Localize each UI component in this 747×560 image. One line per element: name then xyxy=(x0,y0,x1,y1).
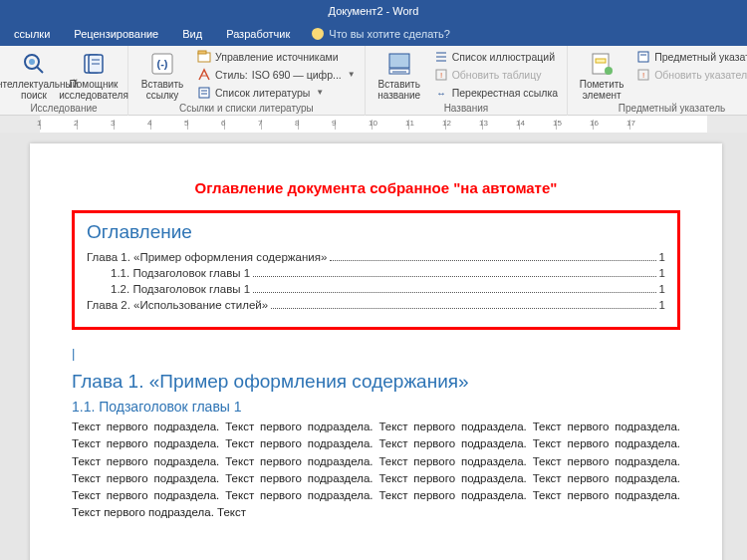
chevron-down-icon: ▼ xyxy=(316,88,324,97)
toc-leader-dots xyxy=(253,292,655,293)
heading-1[interactable]: Глава 1. «Пример оформления содержания» xyxy=(72,371,680,393)
smart-lookup-icon xyxy=(20,50,48,78)
body-paragraph[interactable]: Текст первого подраздела. Текст первого … xyxy=(72,419,680,522)
bibliography-icon xyxy=(197,86,211,100)
insert-caption-label: Вставить название xyxy=(372,79,427,101)
svg-text:!: ! xyxy=(642,71,644,80)
heading-2[interactable]: 1.1. Подзаголовок главы 1 xyxy=(72,399,680,415)
ruler-mark: 17 xyxy=(629,120,666,130)
group-captions: Вставить название Список иллюстраций ! О… xyxy=(366,46,568,116)
ruler-mark: 4 xyxy=(150,120,187,130)
toc-entry-text: 1.2. Подзаголовок главы 1 xyxy=(111,283,250,295)
manage-sources-button[interactable]: Управление источниками xyxy=(194,48,359,65)
refresh-icon: ! xyxy=(434,68,448,82)
toc-leader-dots xyxy=(253,276,655,277)
ribbon-tabs: ссылки Рецензирование Вид Разработчик Чт… xyxy=(0,22,747,46)
ruler-mark: 3 xyxy=(114,120,150,130)
list-icon xyxy=(434,50,448,64)
group-research: Интеллектуальный поиск Помощник исследов… xyxy=(0,46,128,116)
mark-entry-label: Пометить элемент xyxy=(574,79,629,101)
toc-entry-text: Глава 2. «Использование стилей» xyxy=(87,299,268,311)
group-citations-label: Ссылки и списки литературы xyxy=(134,103,359,116)
manage-sources-icon xyxy=(197,50,211,64)
toc-heading[interactable]: Оглавление xyxy=(87,221,665,243)
toc-entry-text: Глава 1. «Пример оформления содержания» xyxy=(87,251,327,263)
svg-point-2 xyxy=(29,59,35,65)
horizontal-ruler[interactable]: 1234567891011121314151617 xyxy=(0,116,747,134)
bibliography-button[interactable]: Список литературы ▼ xyxy=(194,84,359,101)
tab-review[interactable]: Рецензирование xyxy=(62,22,170,46)
svg-point-26 xyxy=(605,67,613,75)
ruler-mark: 12 xyxy=(445,120,482,130)
toc-highlight-box: Оглавление Глава 1. «Пример оформления с… xyxy=(72,210,680,330)
chevron-down-icon: ▼ xyxy=(348,70,356,79)
ruler-mark: 7 xyxy=(261,120,298,130)
ruler-mark: 11 xyxy=(408,120,445,130)
researcher-button[interactable]: Помощник исследователя xyxy=(66,48,122,101)
ruler-mark: 10 xyxy=(372,120,408,130)
toc-entry-page: 1 xyxy=(659,283,665,295)
insert-caption-button[interactable]: Вставить название xyxy=(372,48,427,101)
refresh-icon: ! xyxy=(636,68,650,82)
ruler-mark: 2 xyxy=(77,120,114,130)
text-cursor[interactable]: | xyxy=(72,346,680,361)
toc-entry[interactable]: 1.1. Подзаголовок главы 11 xyxy=(87,267,665,279)
cross-reference-button[interactable]: ↔ Перекрестная ссылка xyxy=(431,84,561,101)
ruler-mark: 9 xyxy=(335,120,372,130)
title-bar: Документ2 - Word xyxy=(0,0,747,22)
researcher-label: Помощник исследователя xyxy=(59,79,128,101)
ruler-mark: 13 xyxy=(482,120,519,130)
document-area[interactable]: Оглавление документа собранное "на автом… xyxy=(0,134,747,560)
update-table-button[interactable]: ! Обновить таблицу xyxy=(431,66,561,83)
tab-developer[interactable]: Разработчик xyxy=(214,22,302,46)
tell-me-search[interactable]: Что вы хотите сделать? xyxy=(302,28,450,40)
tab-references[interactable]: ссылки xyxy=(2,22,62,46)
insert-index-button[interactable]: Предметный указатель xyxy=(633,48,747,65)
toc-entry[interactable]: Глава 1. «Пример оформления содержания»1 xyxy=(87,251,665,263)
insert-caption-icon xyxy=(385,50,413,78)
mark-entry-icon xyxy=(588,50,616,78)
group-index: Пометить элемент Предметный указатель ! … xyxy=(568,46,747,116)
smart-lookup-button[interactable]: Интеллектуальный поиск xyxy=(6,48,62,101)
toc-entry[interactable]: 1.2. Подзаголовок главы 11 xyxy=(87,283,665,295)
cross-ref-icon: ↔ xyxy=(434,86,448,100)
lightbulb-icon xyxy=(312,28,324,40)
svg-line-1 xyxy=(37,67,43,73)
researcher-icon xyxy=(80,50,108,78)
toc-entry-text: 1.1. Подзаголовок главы 1 xyxy=(111,267,250,279)
insert-citation-button[interactable]: (-) Вставить ссылку xyxy=(134,48,190,101)
ruler-mark: 6 xyxy=(224,120,261,130)
toc-leader-dots xyxy=(271,308,655,309)
group-index-label: Предметный указатель xyxy=(574,103,747,116)
ruler-mark: 8 xyxy=(298,120,335,130)
document-title: Оглавление документа собранное "на автом… xyxy=(72,179,680,196)
group-citations: (-) Вставить ссылку Управление источника… xyxy=(128,46,366,116)
ruler-mark: 16 xyxy=(593,120,629,130)
tab-view[interactable]: Вид xyxy=(170,22,214,46)
insert-citation-label: Вставить ссылку xyxy=(134,79,190,101)
update-index-button[interactable]: ! Обновить указатель xyxy=(633,66,747,83)
svg-rect-15 xyxy=(389,54,409,68)
index-icon xyxy=(636,50,650,64)
svg-rect-27 xyxy=(638,52,648,62)
insert-citation-icon: (-) xyxy=(148,50,176,78)
ruler-mark: 1 xyxy=(40,120,77,130)
svg-text:!: ! xyxy=(440,71,442,80)
toc-entry[interactable]: Глава 2. «Использование стилей»1 xyxy=(87,299,665,311)
svg-rect-25 xyxy=(596,59,606,63)
style-icon xyxy=(197,68,211,82)
citation-style-dropdown[interactable]: Стиль: ISO 690 — цифр... ▼ xyxy=(194,66,359,83)
group-captions-label: Названия xyxy=(372,103,561,116)
svg-text:↔: ↔ xyxy=(436,88,446,99)
toc-entry-page: 1 xyxy=(659,251,665,263)
mark-entry-button[interactable]: Пометить элемент xyxy=(574,48,629,101)
svg-rect-10 xyxy=(198,51,206,54)
page[interactable]: Оглавление документа собранное "на автом… xyxy=(30,143,722,560)
toc-entry-page: 1 xyxy=(659,299,665,311)
group-research-label: Исследование xyxy=(6,103,122,116)
ruler-mark: 15 xyxy=(556,120,593,130)
tell-me-label: Что вы хотите сделать? xyxy=(329,28,450,40)
toc-entry-page: 1 xyxy=(659,267,665,279)
toc-leader-dots xyxy=(330,260,655,261)
table-of-figures-button[interactable]: Список иллюстраций xyxy=(431,48,561,65)
